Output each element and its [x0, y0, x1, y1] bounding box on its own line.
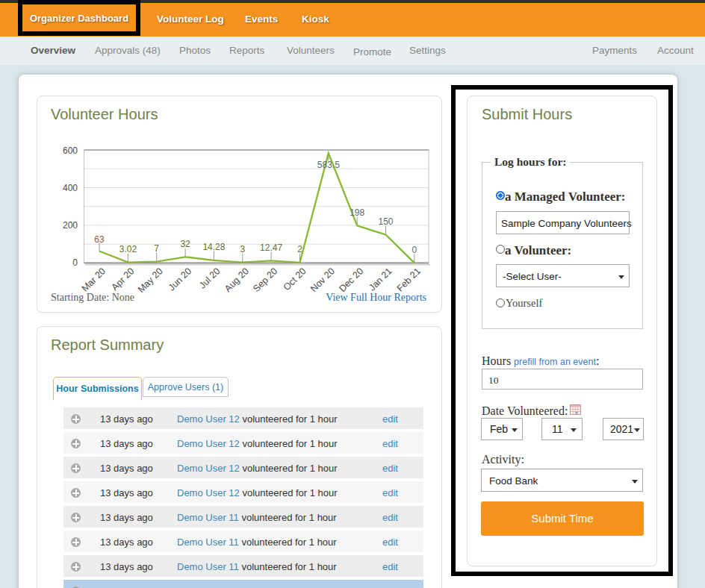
svg-text:May 20: May 20	[136, 266, 165, 295]
svg-text:Nov 20: Nov 20	[308, 266, 337, 294]
svg-text:Apr 20: Apr 20	[110, 266, 137, 293]
svg-text:583.5: 583.5	[317, 160, 340, 170]
svg-text:12.47: 12.47	[260, 243, 282, 253]
svg-text:3.02: 3.02	[119, 244, 137, 254]
svg-text:0: 0	[72, 257, 78, 268]
svg-text:200: 200	[63, 220, 78, 231]
svg-text:198: 198	[350, 207, 364, 218]
svg-text:63: 63	[94, 234, 105, 245]
svg-text:Mar 20: Mar 20	[80, 266, 108, 293]
svg-text:Jan 21: Jan 21	[367, 266, 394, 293]
svg-text:2: 2	[297, 244, 302, 254]
svg-text:7: 7	[154, 243, 159, 254]
svg-text:3: 3	[240, 244, 245, 254]
svg-text:Oct 20: Oct 20	[282, 266, 308, 293]
svg-text:32: 32	[180, 239, 190, 249]
svg-text:600: 600	[63, 146, 78, 156]
svg-text:400: 400	[63, 183, 78, 193]
svg-text:Aug 20: Aug 20	[223, 266, 251, 294]
svg-text:Jun 20: Jun 20	[167, 266, 193, 293]
svg-text:Jul 20: Jul 20	[197, 266, 223, 291]
svg-text:Dec 20: Dec 20	[337, 266, 365, 294]
svg-text:0: 0	[412, 245, 417, 255]
svg-text:14.28: 14.28	[202, 242, 225, 252]
svg-text:150: 150	[378, 216, 393, 227]
svg-text:Sep 20: Sep 20	[251, 266, 279, 294]
svg-text:Feb 21: Feb 21	[395, 266, 423, 293]
